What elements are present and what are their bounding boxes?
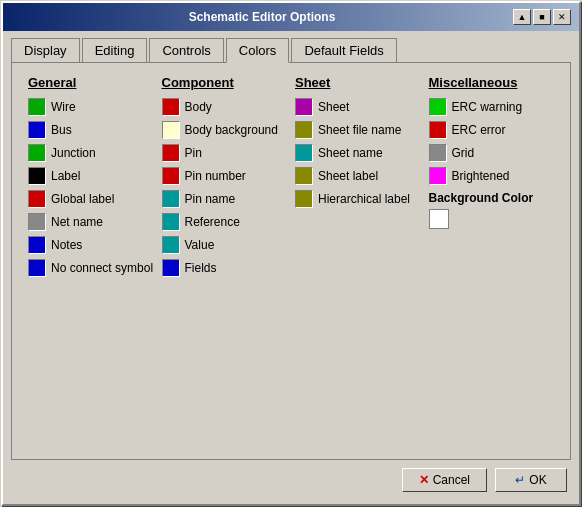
list-item: Grid <box>429 144 555 162</box>
sheet-name-label: Sheet name <box>318 146 383 160</box>
sheet-label-color-swatch[interactable] <box>295 167 313 185</box>
pin-number-color-swatch[interactable] <box>162 167 180 185</box>
fields-color-swatch[interactable] <box>162 259 180 277</box>
wire-color-swatch[interactable] <box>28 98 46 116</box>
minimize-button[interactable]: ▲ <box>513 9 531 25</box>
brightened-color-swatch[interactable] <box>429 167 447 185</box>
junction-color-swatch[interactable] <box>28 144 46 162</box>
list-item: Body background <box>162 121 288 139</box>
titlebar: Schematic Editor Options ▲ ■ ✕ <box>3 3 579 31</box>
general-column: General Wire Bus Junction <box>24 75 158 282</box>
list-item: Sheet file name <box>295 121 421 139</box>
fields-label: Fields <box>185 261 217 275</box>
tab-default-fields[interactable]: Default Fields <box>291 38 396 63</box>
miscellaneous-column: Miscellaneous ERC warning ERC error Grid <box>425 75 559 282</box>
sheet-name-color-swatch[interactable] <box>295 144 313 162</box>
miscellaneous-header: Miscellaneous <box>429 75 555 90</box>
tab-colors[interactable]: Colors <box>226 38 290 63</box>
pin-name-label: Pin name <box>185 192 236 206</box>
main-window: Schematic Editor Options ▲ ■ ✕ Display E… <box>1 1 581 506</box>
net-name-color-swatch[interactable] <box>28 213 46 231</box>
dialog-content: Display Editing Controls Colors Default … <box>3 31 579 504</box>
maximize-button[interactable]: ■ <box>533 9 551 25</box>
sheet-header: Sheet <box>295 75 421 90</box>
list-item: Bus <box>28 121 154 139</box>
background-color-header: Background Color <box>429 191 555 205</box>
notes-label: Notes <box>51 238 82 252</box>
sheet-label: Sheet <box>318 100 349 114</box>
list-item: Sheet <box>295 98 421 116</box>
cancel-button[interactable]: ✕ Cancel <box>402 468 487 492</box>
sheet-file-name-color-swatch[interactable] <box>295 121 313 139</box>
sheet-color-swatch[interactable] <box>295 98 313 116</box>
global-label-label: Global label <box>51 192 114 206</box>
erc-warning-label: ERC warning <box>452 100 523 114</box>
junction-label: Junction <box>51 146 96 160</box>
notes-color-swatch[interactable] <box>28 236 46 254</box>
colors-tab-content: General Wire Bus Junction <box>11 62 571 460</box>
component-column: Component Body Body background Pin <box>158 75 292 282</box>
titlebar-buttons: ▲ ■ ✕ <box>513 9 571 25</box>
list-item: ERC warning <box>429 98 555 116</box>
body-background-color-swatch[interactable] <box>162 121 180 139</box>
bus-color-swatch[interactable] <box>28 121 46 139</box>
bus-label: Bus <box>51 123 72 137</box>
erc-warning-color-swatch[interactable] <box>429 98 447 116</box>
list-item: Sheet label <box>295 167 421 185</box>
body-label: Body <box>185 100 212 114</box>
hierarchical-label-color-swatch[interactable] <box>295 190 313 208</box>
list-item: Brightened <box>429 167 555 185</box>
list-item: ERC error <box>429 121 555 139</box>
background-color-section: Background Color <box>429 191 555 229</box>
label-color-swatch[interactable] <box>28 167 46 185</box>
list-item: Fields <box>162 259 288 277</box>
list-item: Pin <box>162 144 288 162</box>
pin-color-swatch[interactable] <box>162 144 180 162</box>
background-color-swatch[interactable] <box>429 209 449 229</box>
ok-label: OK <box>529 473 546 487</box>
sheet-file-name-label: Sheet file name <box>318 123 401 137</box>
sheet-label-label: Sheet label <box>318 169 378 183</box>
ok-icon: ↵ <box>515 473 525 487</box>
body-color-swatch[interactable] <box>162 98 180 116</box>
erc-error-color-swatch[interactable] <box>429 121 447 139</box>
no-connect-color-swatch[interactable] <box>28 259 46 277</box>
pin-number-label: Pin number <box>185 169 246 183</box>
list-item: Notes <box>28 236 154 254</box>
list-item: Global label <box>28 190 154 208</box>
pin-name-color-swatch[interactable] <box>162 190 180 208</box>
tab-controls[interactable]: Controls <box>149 38 223 63</box>
ok-button[interactable]: ↵ OK <box>495 468 567 492</box>
global-label-color-swatch[interactable] <box>28 190 46 208</box>
close-button[interactable]: ✕ <box>553 9 571 25</box>
cancel-label: Cancel <box>433 473 470 487</box>
no-connect-label: No connect symbol <box>51 261 153 275</box>
cancel-icon: ✕ <box>419 473 429 487</box>
window-title: Schematic Editor Options <box>11 10 513 24</box>
color-columns: General Wire Bus Junction <box>24 75 558 282</box>
list-item: Sheet name <box>295 144 421 162</box>
component-header: Component <box>162 75 288 90</box>
hierarchical-label-label: Hierarchical label <box>318 192 410 206</box>
list-item: Pin number <box>162 167 288 185</box>
tab-display[interactable]: Display <box>11 38 80 63</box>
grid-label: Grid <box>452 146 475 160</box>
body-background-label: Body background <box>185 123 278 137</box>
label-label: Label <box>51 169 80 183</box>
list-item: Wire <box>28 98 154 116</box>
value-color-swatch[interactable] <box>162 236 180 254</box>
reference-label: Reference <box>185 215 240 229</box>
list-item: Reference <box>162 213 288 231</box>
pin-label: Pin <box>185 146 202 160</box>
reference-color-swatch[interactable] <box>162 213 180 231</box>
list-item: Pin name <box>162 190 288 208</box>
tab-bar: Display Editing Controls Colors Default … <box>11 37 571 62</box>
brightened-label: Brightened <box>452 169 510 183</box>
grid-color-swatch[interactable] <box>429 144 447 162</box>
list-item: No connect symbol <box>28 259 154 277</box>
general-header: General <box>28 75 154 90</box>
list-item: Net name <box>28 213 154 231</box>
tab-editing[interactable]: Editing <box>82 38 148 63</box>
wire-label: Wire <box>51 100 76 114</box>
sheet-column: Sheet Sheet Sheet file name Sheet name <box>291 75 425 282</box>
